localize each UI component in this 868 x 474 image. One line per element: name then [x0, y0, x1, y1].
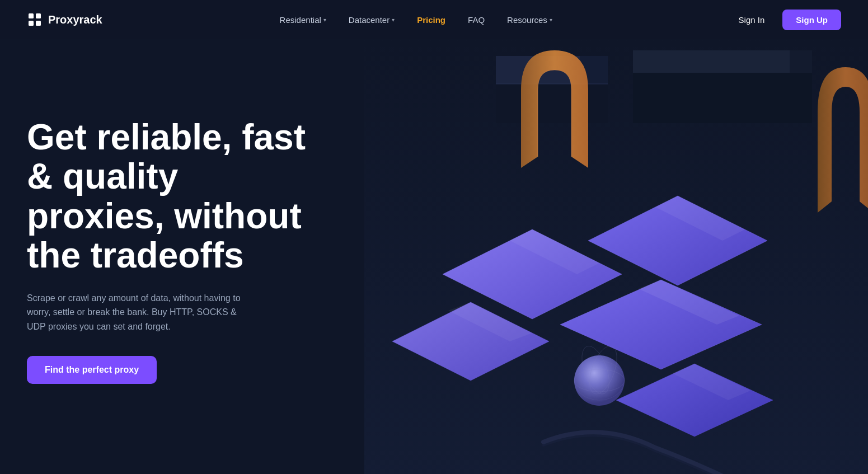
- nav-auth: Sign In Sign Up: [730, 10, 841, 30]
- navbar: Proxyrack Residential ▾ Datacenter ▾ Pri…: [0, 0, 868, 39]
- svg-rect-2: [29, 21, 34, 26]
- hero-title: Get reliable, fast & quality proxies, wi…: [27, 118, 318, 275]
- svg-point-27: [574, 355, 625, 406]
- svg-marker-10: [790, 50, 812, 73]
- logo[interactable]: Proxyrack: [27, 12, 102, 27]
- hero-subtitle: Scrape or crawl any amount of data, with…: [27, 291, 251, 334]
- nav-residential[interactable]: Residential ▾: [271, 11, 335, 29]
- nav-faq[interactable]: FAQ: [459, 11, 494, 29]
- svg-marker-11: [633, 73, 812, 123]
- hero-content: Get reliable, fast & quality proxies, wi…: [27, 95, 318, 384]
- cta-button[interactable]: Find the perfect proxy: [27, 356, 157, 384]
- svg-rect-3: [36, 21, 41, 26]
- resources-chevron-icon: ▾: [550, 17, 552, 23]
- nav-datacenter[interactable]: Datacenter ▾: [340, 11, 403, 29]
- svg-rect-0: [29, 13, 34, 18]
- datacenter-chevron-icon: ▾: [392, 17, 395, 23]
- svg-rect-1: [36, 13, 41, 18]
- svg-marker-9: [633, 50, 812, 73]
- svg-marker-7: [496, 84, 608, 123]
- nav-resources[interactable]: Resources ▾: [498, 11, 561, 29]
- logo-text: Proxyrack: [48, 13, 102, 26]
- logo-icon: [27, 12, 43, 27]
- nav-pricing[interactable]: Pricing: [408, 11, 454, 29]
- hero-section: Get reliable, fast & quality proxies, wi…: [0, 39, 868, 474]
- nav-links: Residential ▾ Datacenter ▾ Pricing FAQ R…: [271, 11, 561, 29]
- residential-chevron-icon: ▾: [323, 17, 326, 23]
- hero-3d-scene: [364, 39, 868, 474]
- signup-button[interactable]: Sign Up: [782, 10, 841, 30]
- signin-button[interactable]: Sign In: [730, 11, 774, 29]
